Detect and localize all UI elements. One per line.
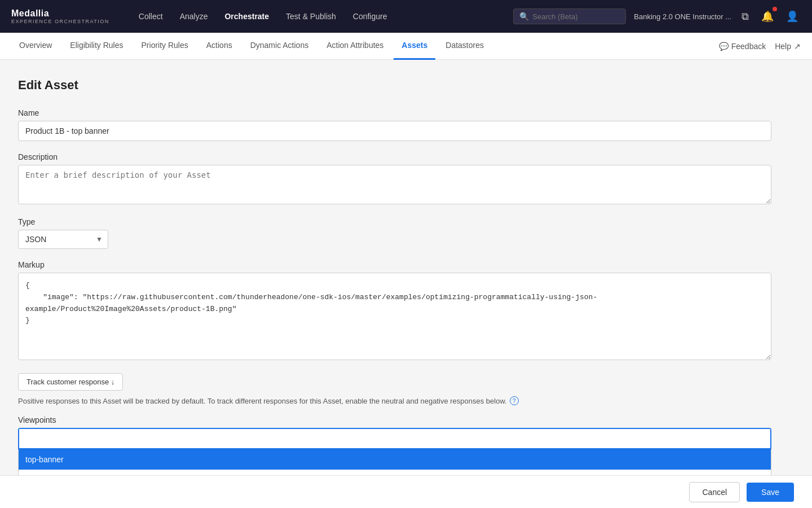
description-textarea[interactable] <box>18 165 771 204</box>
subnav-dynamic-actions[interactable]: Dynamic Actions <box>242 33 316 60</box>
sub-nav-right: 💬 Feedback Help ↗ <box>719 42 801 51</box>
subnav-action-attributes[interactable]: Action Attributes <box>319 33 391 60</box>
subnav-eligibility-rules[interactable]: Eligibility Rules <box>62 33 131 60</box>
viewpoints-label: Viewpoints <box>18 415 771 424</box>
user-info: Banking 2.0 ONE Instructor ... <box>634 12 731 21</box>
page-title: Edit Asset <box>18 78 771 93</box>
positive-response-info: Positive responses to this Asset will be… <box>18 396 771 405</box>
help-circle-icon[interactable]: ? <box>510 396 519 405</box>
external-link-icon: ↗ <box>794 42 801 51</box>
search-icon: 🔍 <box>519 12 529 21</box>
feedback-label: Feedback <box>731 42 766 51</box>
description-label: Description <box>18 152 771 161</box>
name-label: Name <box>18 108 771 117</box>
search-box[interactable]: 🔍 <box>513 8 626 24</box>
main-content: Edit Asset Name Description Type JSON HT… <box>0 60 789 508</box>
logo-sub: EXPERIENCE ORCHESTRATION <box>11 19 109 24</box>
positive-response-text: Positive responses to this Asset will be… <box>18 397 507 405</box>
subnav-priority-rules[interactable]: Priority Rules <box>134 33 196 60</box>
sub-navigation: Overview Eligibility Rules Priority Rule… <box>0 33 812 60</box>
type-select[interactable]: JSON HTML Text URL <box>18 230 108 249</box>
nav-analyze[interactable]: Analyze <box>173 8 215 24</box>
subnav-actions[interactable]: Actions <box>198 33 240 60</box>
viewpoints-search-input[interactable] <box>19 429 770 448</box>
search-input[interactable] <box>532 12 620 21</box>
feedback-icon: 💬 <box>719 42 729 51</box>
type-field-group: Type JSON HTML Text URL ▼ <box>18 217 771 249</box>
nav-links: Collect Analyze Orchestrate Test & Publi… <box>132 8 502 24</box>
help-label: Help <box>775 42 791 51</box>
nav-configure[interactable]: Configure <box>346 8 394 24</box>
viewpoint-option-top-banner[interactable]: top-banner <box>19 449 771 470</box>
name-input[interactable] <box>18 121 771 141</box>
nav-right: 🔍 Banking 2.0 ONE Instructor ... ⧉ 🔔 👤 <box>513 8 801 25</box>
logo-name: Medallia <box>11 8 109 19</box>
copy-button[interactable]: ⧉ <box>739 8 751 25</box>
feedback-button[interactable]: 💬 Feedback <box>719 42 766 51</box>
notification-badge[interactable]: 🔔 <box>759 8 776 25</box>
subnav-datastores[interactable]: Datastores <box>438 33 492 60</box>
help-button[interactable]: Help ↗ <box>775 42 801 51</box>
nav-orchestrate[interactable]: Orchestrate <box>218 8 276 24</box>
page-footer: Cancel Save <box>0 475 812 508</box>
type-select-wrapper: JSON HTML Text URL ▼ <box>18 230 108 249</box>
top-navigation: Medallia EXPERIENCE ORCHESTRATION Collec… <box>0 0 812 33</box>
subnav-overview[interactable]: Overview <box>11 33 60 60</box>
name-field-group: Name <box>18 108 771 141</box>
logo: Medallia EXPERIENCE ORCHESTRATION <box>11 8 109 24</box>
subnav-assets[interactable]: Assets <box>394 33 435 60</box>
nav-test-publish[interactable]: Test & Publish <box>279 8 343 24</box>
markup-field-group: Markup <box>18 260 771 362</box>
nav-collect[interactable]: Collect <box>132 8 170 24</box>
user-label: Banking 2.0 ONE Instructor ... <box>634 12 731 21</box>
track-btn-label: Track customer response ↓ <box>27 378 114 386</box>
cancel-button[interactable]: Cancel <box>689 482 740 502</box>
markup-label: Markup <box>18 260 771 269</box>
markup-textarea[interactable] <box>18 273 771 360</box>
track-customer-response-button[interactable]: Track customer response ↓ <box>18 373 123 391</box>
type-label: Type <box>18 217 771 226</box>
description-field-group: Description <box>18 152 771 206</box>
save-button[interactable]: Save <box>747 483 794 502</box>
notification-dot <box>773 7 777 11</box>
user-avatar-button[interactable]: 👤 <box>784 8 801 25</box>
viewpoints-input-wrapper <box>18 428 771 449</box>
